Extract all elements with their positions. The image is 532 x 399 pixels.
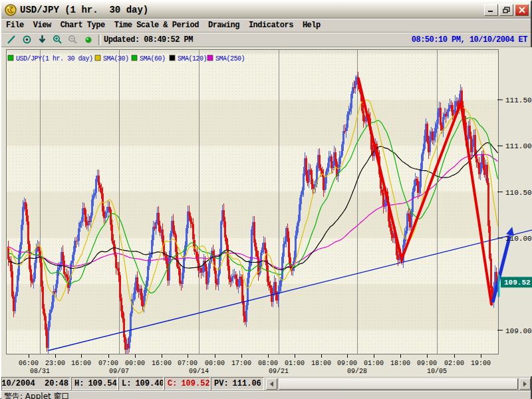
status-value: 109.40 xyxy=(135,379,164,388)
window-title: USD/JPY (1 hr. 30 day) xyxy=(20,5,148,15)
time-axis-label: 19:00 xyxy=(471,360,491,367)
updated-timestamp: Updated: 08:49:52 PM xyxy=(104,35,193,45)
menu-bar: FileViewChart TypeTime Scale & PeriodDra… xyxy=(1,19,531,33)
status-label: H: xyxy=(74,379,84,388)
status-label: PV: xyxy=(214,379,229,388)
time-axis-label: 23:00 xyxy=(45,360,65,367)
chart-panel: 111.50111.00110.50110.00109.00109.5206:0… xyxy=(1,47,531,376)
close-button[interactable] xyxy=(515,4,529,16)
menu-indicators[interactable]: Indicators xyxy=(244,19,298,31)
zoom-out-tool-button[interactable] xyxy=(65,33,80,46)
applet-warning-bar: 警告: Applet 窗口 xyxy=(1,390,531,399)
date-axis-label: 09/07 xyxy=(109,368,129,375)
toolbar: Updated: 08:49:52 PM 08:50:10 PM, 10/10/… xyxy=(1,33,531,47)
menu-file[interactable]: File xyxy=(1,19,29,31)
legend-swatch xyxy=(8,55,13,61)
line-tool-button[interactable] xyxy=(4,33,19,46)
applet-warning-text: 警告: Applet 窗口 xyxy=(4,391,70,399)
status-datetime: 10/10/2004 20:48 xyxy=(1,377,70,390)
status-value: 111.06 xyxy=(233,379,261,388)
scroll-left-button[interactable] xyxy=(266,378,277,390)
scroll-left-icon xyxy=(269,381,274,387)
time-axis-label: 09:00 xyxy=(337,360,357,367)
time-axis-label: 01:00 xyxy=(285,360,305,367)
status-pv-cell: PV:111.06 xyxy=(211,377,264,390)
time-axis-label: 00:00 xyxy=(125,360,145,367)
time-axis-label: 06:00 xyxy=(19,360,39,367)
crosshair-tool-button[interactable] xyxy=(19,33,35,46)
restore-button[interactable] xyxy=(499,4,513,16)
y-axis-label: 110.50 xyxy=(505,189,532,197)
y-axis-label: 111.00 xyxy=(505,142,532,150)
minimize-button[interactable] xyxy=(484,4,498,16)
close-icon xyxy=(519,7,525,13)
zoom-in-icon xyxy=(53,35,63,45)
legend-label: USD/JPY(1 hr. 30 day) xyxy=(16,55,93,63)
scrollbar-track[interactable] xyxy=(277,378,519,390)
minimize-icon xyxy=(487,7,495,13)
time-axis-label: 18:00 xyxy=(311,360,331,367)
line-tool-icon xyxy=(7,35,17,45)
scroll-right-icon xyxy=(523,381,527,387)
app-window: USD/JPY (1 hr. 30 day) FileViewChart Typ… xyxy=(0,0,532,399)
legend-swatch xyxy=(132,55,137,61)
status-h-cell: H:109.54 xyxy=(71,377,118,390)
crosshair-tool-icon xyxy=(22,35,32,45)
legend-label: SMA(60) xyxy=(140,55,166,63)
time-axis-label: 07:00 xyxy=(98,360,118,367)
status-label: C: xyxy=(168,379,177,388)
title-bar[interactable]: USD/JPY (1 hr. 30 day) xyxy=(1,1,531,19)
current-price-label: 109.52 xyxy=(504,279,531,287)
legend-swatch xyxy=(170,55,175,61)
scrollbar-thumb[interactable] xyxy=(279,378,518,390)
time-axis-label: 00:00 xyxy=(205,360,225,367)
legend-label: SMA(30) xyxy=(103,55,129,63)
y-axis-label: 109.00 xyxy=(505,327,532,335)
menu-time-scale-period[interactable]: Time Scale & Period xyxy=(110,19,203,31)
menu-chart-type[interactable]: Chart Type xyxy=(56,19,110,31)
scroll-right-button[interactable] xyxy=(519,378,531,390)
zoom-in-tool-button[interactable] xyxy=(50,33,65,46)
y-axis-label: 110.00 xyxy=(505,235,532,243)
legend-swatch xyxy=(95,55,100,61)
legend-label: SMA(120) xyxy=(178,55,207,63)
date-axis-label: 09/14 xyxy=(189,368,209,375)
server-clock: 08:50:10 PM, 10/10/2004 ET xyxy=(412,35,531,45)
date-axis-label: 10/05 xyxy=(427,368,447,375)
status-ball-icon xyxy=(84,36,92,44)
menu-help[interactable]: Help xyxy=(298,19,325,31)
time-axis-label: 16:00 xyxy=(71,360,91,367)
time-axis-label: 16:00 xyxy=(152,360,172,367)
restore-icon xyxy=(503,7,510,13)
time-axis-label: 01:00 xyxy=(364,360,384,367)
menu-view[interactable]: View xyxy=(29,19,56,31)
connection-status-button[interactable] xyxy=(80,33,96,46)
status-value: 109.54 xyxy=(88,379,116,388)
time-axis-label: 18:00 xyxy=(390,360,410,367)
horizontal-scrollbar[interactable] xyxy=(266,378,531,390)
toolbar-separator xyxy=(98,35,101,45)
zoom-out-icon xyxy=(68,35,78,45)
menu-drawing[interactable]: Drawing xyxy=(203,19,244,31)
date-axis-label: 09/28 xyxy=(347,368,367,375)
legend-swatch xyxy=(207,55,213,61)
status-datetime-text: 10/10/2004 20:48 xyxy=(1,379,68,388)
legend-label: SMA(250) xyxy=(215,55,245,63)
status-label: L: xyxy=(122,379,131,388)
download-tool-button[interactable] xyxy=(35,33,50,46)
time-axis-label: 17:00 xyxy=(231,360,251,367)
time-axis-label: 02:00 xyxy=(444,360,464,367)
time-axis-label: 09:00 xyxy=(417,360,437,367)
date-axis-label: 09/21 xyxy=(269,368,289,375)
down-arrow-icon xyxy=(38,35,47,45)
status-bar: 10/10/2004 20:48 H:109.54L:109.40C:109.5… xyxy=(1,376,531,390)
status-c-cell: C:109.52 xyxy=(164,377,210,390)
y-axis-label: 111.50 xyxy=(505,96,532,104)
plot-area[interactable] xyxy=(7,50,499,376)
app-coin-icon xyxy=(4,3,17,17)
time-axis-label: 08:00 xyxy=(258,360,278,367)
status-value: 109.52 xyxy=(181,379,209,388)
price-chart[interactable]: 111.50111.00110.50110.00109.00109.5206:0… xyxy=(1,47,532,376)
status-l-cell: L:109.40 xyxy=(118,377,164,390)
time-axis-label: 07:00 xyxy=(178,360,198,367)
